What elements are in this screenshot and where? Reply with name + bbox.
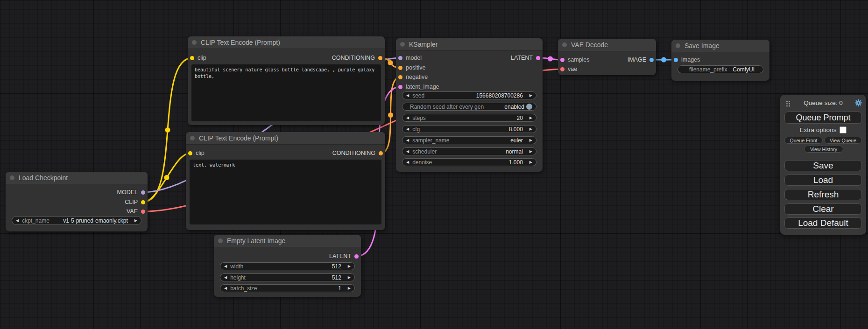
input-slot-latent-image: latent_image [398, 83, 439, 91]
widget-cfg[interactable]: ◀ cfg 8.000 ▶ [402, 125, 536, 133]
slot-label-positive: positive [406, 64, 425, 71]
increment-arrow-icon[interactable]: ▶ [529, 150, 532, 154]
increment-arrow-icon[interactable]: ▶ [529, 139, 532, 142]
widget-height[interactable]: ◀ height 512 ▶ [220, 273, 355, 281]
prompt-textarea-positive[interactable]: beautiful scenery nature glass bottle la… [191, 64, 381, 121]
widget-scheduler[interactable]: ◀ scheduler normal ▶ [402, 147, 536, 155]
queue-front-button[interactable]: Queue Front [784, 137, 823, 144]
node-ksampler[interactable]: KSampler model positive negative latent_… [396, 38, 543, 172]
decrement-arrow-icon[interactable]: ◀ [406, 127, 409, 131]
node-empty-latent-titlebar[interactable]: Empty Latent Image [214, 235, 361, 247]
slot-dot-clip[interactable] [188, 151, 192, 155]
increment-arrow-icon[interactable]: ▶ [529, 161, 532, 164]
slot-dot-clip[interactable] [141, 200, 145, 204]
decrement-arrow-icon[interactable]: ◀ [224, 287, 227, 290]
slot-dot-negative[interactable] [398, 75, 402, 79]
widget-seed[interactable]: ◀ seed 156680208700286 ▶ [402, 91, 536, 99]
widget-width[interactable]: ◀ width 512 ▶ [220, 262, 355, 270]
slot-dot-samples[interactable] [560, 58, 565, 62]
slot-label-latent: LATENT [511, 55, 533, 61]
decrement-arrow-icon[interactable]: ◀ [406, 116, 409, 120]
refresh-button[interactable]: Refresh [784, 189, 862, 200]
slot-dot-conditioning[interactable] [379, 151, 383, 155]
widget-ckpt-name[interactable]: ◀ ckpt_name v1-5-pruned-emaonly.ckpt ▶ [12, 216, 141, 225]
slot-dot-latent[interactable] [354, 254, 359, 259]
collapse-dot-icon[interactable] [10, 175, 14, 180]
slot-dot-model[interactable] [398, 56, 402, 60]
slot-label-conditioning: CONDITIONING [332, 150, 375, 156]
collapse-dot-icon[interactable] [192, 40, 197, 45]
widget-value: 20 [516, 115, 522, 121]
decrement-arrow-icon[interactable]: ◀ [406, 161, 409, 164]
clear-button[interactable]: Clear [784, 203, 862, 215]
node-vae-decode-titlebar[interactable]: VAE Decode [558, 39, 656, 51]
collapse-dot-icon[interactable] [562, 42, 567, 47]
node-clip-neg-titlebar[interactable]: CLIP Text Encode (Prompt) [186, 132, 385, 145]
load-button[interactable]: Load [784, 175, 862, 186]
widget-random-seed-toggle[interactable]: Random seed after every gen enabled [402, 103, 536, 111]
slot-dot-model[interactable] [141, 190, 145, 195]
collapse-dot-icon[interactable] [400, 42, 405, 47]
slot-label-latent-image: latent_image [406, 84, 439, 90]
node-clip-text-encode-positive[interactable]: CLIP Text Encode (Prompt) clip CONDITION… [188, 36, 385, 125]
node-clip-pos-titlebar[interactable]: CLIP Text Encode (Prompt) [188, 36, 385, 49]
collapse-dot-icon[interactable] [190, 136, 195, 140]
node-clip-text-encode-negative[interactable]: CLIP Text Encode (Prompt) clip CONDITION… [186, 132, 385, 230]
increment-arrow-icon[interactable]: ▶ [529, 94, 532, 98]
toggle-enabled-icon[interactable] [526, 104, 532, 110]
input-slot-clip: clip [190, 54, 206, 62]
slot-dot-latent-image[interactable] [398, 85, 402, 89]
node-empty-latent-image[interactable]: Empty Latent Image LATENT ◀ width 512 ▶ … [214, 235, 361, 297]
input-slot-negative: negative [398, 73, 428, 81]
save-button[interactable]: Save [784, 160, 862, 171]
slot-dot-clip[interactable] [190, 56, 194, 60]
node-load-checkpoint-titlebar[interactable]: Load Checkpoint [6, 172, 148, 184]
widget-filename-prefix[interactable]: filename_prefix ComfyUI [677, 65, 763, 73]
slot-dot-conditioning[interactable] [378, 56, 382, 60]
collapse-dot-icon[interactable] [218, 238, 223, 243]
increment-arrow-icon[interactable]: ▶ [529, 127, 532, 131]
view-history-button[interactable]: View History [804, 146, 843, 153]
slot-dot-vae[interactable] [560, 67, 565, 71]
slot-dot-vae[interactable] [141, 210, 145, 214]
queue-prompt-button[interactable]: Queue Prompt [784, 112, 862, 124]
prompt-textarea-negative[interactable]: text, watermark [190, 160, 381, 224]
slot-dot-image[interactable] [649, 58, 654, 62]
view-queue-button[interactable]: View Queue [824, 137, 862, 144]
increment-arrow-icon[interactable]: ▶ [134, 219, 137, 223]
widget-denoise[interactable]: ◀ denoise 1.000 ▶ [402, 158, 536, 166]
node-save-image-titlebar[interactable]: Save Image [671, 40, 769, 52]
output-slot-model: MODEL [117, 188, 145, 196]
widget-batch-size[interactable]: ◀ batch_size 1 ▶ [220, 284, 355, 292]
decrement-arrow-icon[interactable]: ◀ [406, 150, 409, 154]
widget-steps[interactable]: ◀ steps 20 ▶ [402, 114, 536, 122]
decrement-arrow-icon[interactable]: ◀ [406, 94, 409, 98]
decrement-arrow-icon[interactable]: ◀ [224, 276, 227, 280]
output-slot-clip: CLIP [125, 198, 145, 206]
slot-dot-images[interactable] [674, 58, 678, 62]
decrement-arrow-icon[interactable]: ◀ [16, 219, 19, 223]
node-ksampler-titlebar[interactable]: KSampler [396, 38, 543, 51]
load-default-button[interactable]: Load Default [784, 217, 862, 229]
collapse-dot-icon[interactable] [676, 43, 680, 48]
graph-canvas[interactable]: { "app": "ComfyUI graph editor", "slot_c… [0, 0, 868, 329]
widget-sampler-name[interactable]: ◀ sampler_name euler ▶ [402, 136, 536, 144]
widget-value: normal [506, 148, 523, 155]
slot-dot-positive[interactable] [398, 66, 402, 70]
queue-panel: Queue size: 0 [780, 95, 866, 235]
increment-arrow-icon[interactable]: ▶ [348, 265, 351, 268]
node-vae-decode[interactable]: VAE Decode samples vae IMAGE [558, 39, 656, 75]
increment-arrow-icon[interactable]: ▶ [529, 116, 532, 120]
decrement-arrow-icon[interactable]: ◀ [406, 139, 409, 142]
extra-options-checkbox[interactable] [840, 126, 847, 133]
node-save-image[interactable]: Save Image images filename_prefix ComfyU… [671, 40, 769, 81]
output-slot-latent: LATENT [511, 54, 540, 62]
widget-value: v1-5-pruned-emaonly.ckpt [63, 217, 128, 224]
settings-gear-icon[interactable] [854, 99, 862, 107]
decrement-arrow-icon[interactable]: ◀ [224, 265, 227, 268]
increment-arrow-icon[interactable]: ▶ [348, 287, 351, 290]
slot-dot-latent[interactable] [536, 56, 540, 60]
node-load-checkpoint[interactable]: Load Checkpoint MODEL CLIP VAE ◀ ckpt_na… [6, 172, 148, 231]
increment-arrow-icon[interactable]: ▶ [348, 276, 351, 280]
output-slot-conditioning: CONDITIONING [332, 54, 382, 62]
